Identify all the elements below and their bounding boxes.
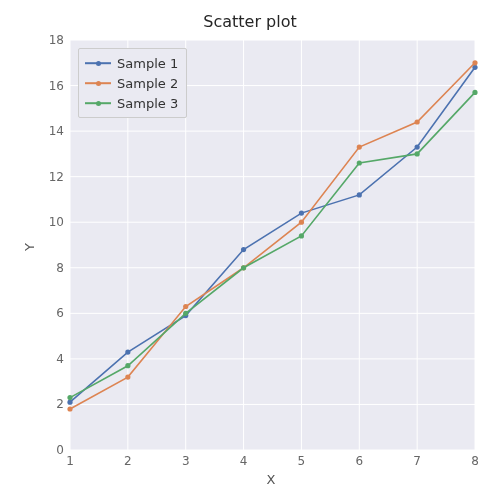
series-2-marker <box>67 406 72 411</box>
x-tick-label: 2 <box>124 454 132 468</box>
series-3-marker <box>125 363 130 368</box>
legend-item-1: Sample 1 <box>85 53 178 73</box>
series-1-marker <box>125 349 130 354</box>
series-1-marker <box>67 400 72 405</box>
series-2-marker <box>357 144 362 149</box>
series-1-marker <box>241 247 246 252</box>
y-tick-label: 14 <box>34 124 64 138</box>
legend-label: Sample 2 <box>117 76 178 91</box>
legend-swatch <box>85 76 111 90</box>
x-tick-label: 8 <box>471 454 479 468</box>
plot-svg <box>0 0 500 500</box>
series-1-marker <box>357 192 362 197</box>
legend-swatch <box>85 96 111 110</box>
y-axis-label: Y <box>22 243 37 251</box>
y-tick-label: 6 <box>34 306 64 320</box>
legend-label: Sample 1 <box>117 56 178 71</box>
series-3-marker <box>183 311 188 316</box>
y-tick-label: 0 <box>34 443 64 457</box>
y-tick-label: 4 <box>34 352 64 366</box>
y-tick-label: 10 <box>34 215 64 229</box>
series-3-marker <box>241 265 246 270</box>
legend-item-3: Sample 3 <box>85 93 178 113</box>
x-tick-label: 4 <box>240 454 248 468</box>
y-tick-label: 16 <box>34 79 64 93</box>
series-3-marker <box>472 90 477 95</box>
x-tick-label: 7 <box>413 454 421 468</box>
y-tick-label: 8 <box>34 261 64 275</box>
series-3-marker <box>415 151 420 156</box>
y-tick-label: 2 <box>34 397 64 411</box>
y-tick-label: 12 <box>34 170 64 184</box>
series-3-marker <box>67 395 72 400</box>
x-tick-label: 6 <box>355 454 363 468</box>
legend-label: Sample 3 <box>117 96 178 111</box>
series-2-marker <box>415 119 420 124</box>
x-axis-label: X <box>267 472 276 487</box>
x-tick-label: 5 <box>298 454 306 468</box>
series-2-marker <box>183 304 188 309</box>
legend: Sample 1Sample 2Sample 3 <box>78 48 187 118</box>
series-3-marker <box>357 160 362 165</box>
series-1-marker <box>415 144 420 149</box>
figure: Scatter plot X Y 12345678024681012141618… <box>0 0 500 500</box>
legend-swatch <box>85 56 111 70</box>
series-1-marker <box>299 211 304 216</box>
legend-item-2: Sample 2 <box>85 73 178 93</box>
series-3-marker <box>299 233 304 238</box>
x-tick-label: 1 <box>66 454 74 468</box>
series-2-marker <box>125 375 130 380</box>
series-2-marker <box>299 220 304 225</box>
y-tick-label: 18 <box>34 33 64 47</box>
series-2-marker <box>472 60 477 65</box>
x-tick-label: 3 <box>182 454 190 468</box>
